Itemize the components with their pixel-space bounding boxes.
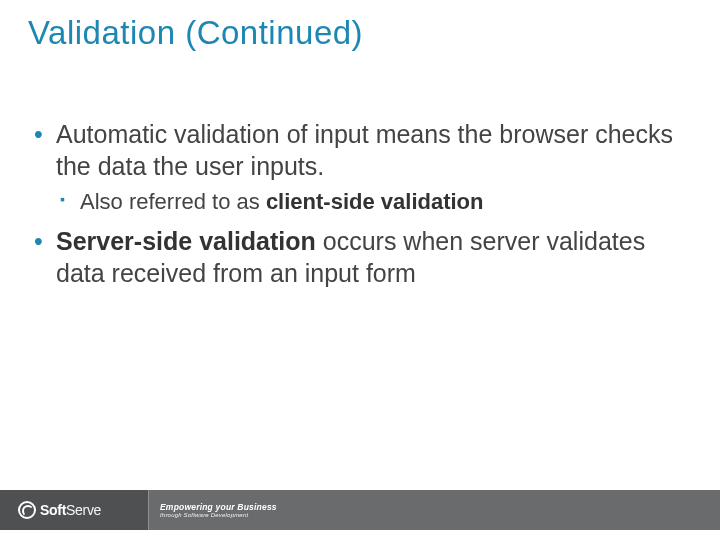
bullet-2-bold: Server-side validation (56, 227, 316, 255)
content-area: Automatic validation of input means the … (32, 118, 680, 297)
logo-icon (18, 501, 36, 519)
logo-bold: Soft (40, 502, 66, 518)
tagline-2: through Software Development (160, 512, 277, 518)
slide-title: Validation (Continued) (28, 14, 363, 52)
bullet-item-1: Automatic validation of input means the … (32, 118, 680, 217)
sub-bullet-list: Also referred to as client-side validati… (56, 188, 680, 217)
slide: Validation (Continued) Automatic validat… (0, 0, 720, 540)
bullet-1-text: Automatic validation of input means the … (56, 120, 673, 180)
footer-divider (148, 490, 149, 530)
footer-logo-area: SoftServe (0, 490, 148, 530)
footer-tagline: Empowering your Business through Softwar… (160, 490, 277, 530)
bullet-item-2: Server-side validation occurs when serve… (32, 225, 680, 289)
sub-bullet-1-bold: client-side validation (266, 189, 484, 214)
sub-bullet-item-1: Also referred to as client-side validati… (56, 188, 680, 217)
sub-bullet-1-pre: Also referred to as (80, 189, 266, 214)
bullet-list: Automatic validation of input means the … (32, 118, 680, 289)
logo-text: SoftServe (40, 502, 101, 518)
logo-light: Serve (66, 502, 101, 518)
tagline-1: Empowering your Business (160, 502, 277, 512)
